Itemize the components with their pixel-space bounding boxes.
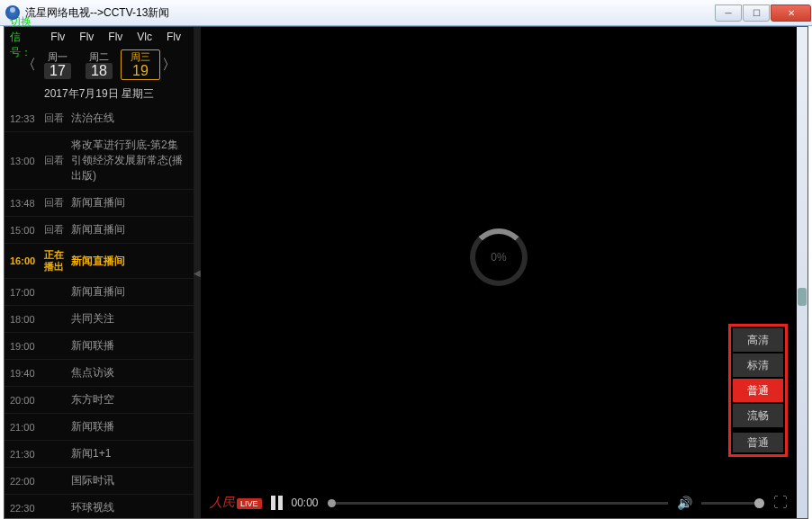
quality-panel: 高清标清普通流畅 普通 xyxy=(728,324,788,457)
window-title: 流星网络电视-->CCTV-13新闻 xyxy=(25,5,715,21)
program-row[interactable]: 13:00回看将改革进行到底-第2集 引领经济发展新常态(播出版) xyxy=(5,132,194,190)
program-title: 国际时讯 xyxy=(71,473,188,488)
fullscreen-button[interactable]: ⛶ xyxy=(773,495,788,511)
program-sidebar: 切换信号： Flv Flv Flv Vlc Flv 〈 周一 17 周二 18 … xyxy=(5,27,194,518)
program-title: 新闻直播间 xyxy=(71,195,188,210)
day-tab[interactable]: 周二 18 xyxy=(79,49,119,80)
time-label: 00:00 xyxy=(292,497,319,509)
window-scrollbar[interactable] xyxy=(797,27,807,518)
program-row[interactable]: 19:00新闻联播 xyxy=(5,333,194,360)
volume-thumb[interactable] xyxy=(754,498,764,508)
quality-option[interactable]: 高清 xyxy=(733,328,783,352)
program-title: 将改革进行到底-第2集 引领经济发展新常态(播出版) xyxy=(71,138,188,183)
pause-button[interactable] xyxy=(271,496,283,510)
program-time: 21:00 xyxy=(10,422,44,433)
player-controls: 人民LIVE 00:00 🔊 ⛶ xyxy=(201,488,797,518)
program-row[interactable]: 19:40焦点访谈 xyxy=(5,360,194,387)
program-tag: 回看 xyxy=(44,112,71,124)
next-day-arrow[interactable]: 〉 xyxy=(162,56,176,75)
day-tab-active[interactable]: 周三 19 xyxy=(121,49,160,80)
app-icon xyxy=(5,5,20,20)
program-tag: 回看 xyxy=(44,197,71,209)
program-title: 东方时空 xyxy=(71,392,188,407)
date-header: 2017年7月19日 星期三 xyxy=(5,83,194,105)
program-row[interactable]: 21:30新闻1+1 xyxy=(5,441,194,468)
seek-thumb[interactable] xyxy=(328,499,336,507)
program-title: 新闻直播间 xyxy=(71,222,188,237)
video-pane: 0% 高清标清普通流畅 普通 人民LIVE 00:00 🔊 ⛶ xyxy=(201,27,797,518)
app-window: 流星网络电视-->CCTV-13新闻 ─ ☐ ✕ 切换信号： Flv Flv F… xyxy=(0,0,812,519)
program-time: 22:00 xyxy=(10,476,44,487)
seek-track[interactable] xyxy=(328,502,668,505)
program-title: 共同关注 xyxy=(71,311,188,327)
program-row[interactable]: 16:00正在 播出新闻直播间 xyxy=(5,244,194,279)
program-row[interactable]: 21:00新闻联播 xyxy=(5,414,194,441)
program-time: 19:00 xyxy=(10,341,44,352)
program-title: 环球视线 xyxy=(71,500,188,515)
quality-option[interactable]: 标清 xyxy=(733,353,783,377)
signal-row: 切换信号： Flv Flv Flv Vlc Flv xyxy=(5,27,194,47)
program-title: 焦点访谈 xyxy=(71,365,188,380)
program-time: 15:00 xyxy=(10,225,44,236)
program-title: 法治在线 xyxy=(71,111,188,126)
minimize-button[interactable]: ─ xyxy=(715,4,742,22)
scrollbar-thumb[interactable] xyxy=(798,288,807,306)
day-tabs: 〈 周一 17 周二 18 周三 19 〉 xyxy=(5,47,194,83)
program-time: 22:30 xyxy=(10,503,44,514)
volume-icon[interactable]: 🔊 xyxy=(677,496,692,510)
quality-current-button[interactable]: 普通 xyxy=(733,433,783,452)
program-title: 新闻直播间 xyxy=(71,284,188,300)
program-time: 12:33 xyxy=(10,113,44,124)
program-time: 13:00 xyxy=(10,156,44,166)
program-row[interactable]: 22:00国际时讯 xyxy=(5,468,194,495)
signal-format[interactable]: Vlc xyxy=(130,31,159,43)
program-title: 新闻联播 xyxy=(71,419,188,434)
day-tab[interactable]: 周一 17 xyxy=(38,49,77,80)
prev-day-arrow[interactable]: 〈 xyxy=(22,56,36,75)
buffer-spinner: 0% xyxy=(470,228,528,286)
program-time: 20:00 xyxy=(10,395,44,406)
program-time: 19:40 xyxy=(10,368,44,379)
signal-format[interactable]: Flv xyxy=(43,31,72,43)
quality-option[interactable]: 流畅 xyxy=(733,404,783,427)
program-row[interactable]: 13:48回看新闻直播间 xyxy=(5,190,194,217)
program-tag: 正在 播出 xyxy=(44,249,71,273)
program-title: 新闻直播间 xyxy=(71,254,188,269)
program-time: 13:48 xyxy=(10,198,44,209)
program-tag: 回看 xyxy=(44,224,71,236)
buffer-percent: 0% xyxy=(491,251,506,264)
signal-format[interactable]: Flv xyxy=(159,31,188,43)
volume-track[interactable] xyxy=(701,502,764,505)
program-list[interactable]: 12:33回看法治在线13:00回看将改革进行到底-第2集 引领经济发展新常态(… xyxy=(5,105,194,518)
quality-option[interactable]: 普通 xyxy=(733,379,783,402)
program-row[interactable]: 20:00东方时空 xyxy=(5,387,194,414)
video-area[interactable]: 0% 高清标清普通流畅 普通 xyxy=(201,27,797,488)
signal-format[interactable]: Flv xyxy=(101,31,130,43)
program-row[interactable]: 18:00共同关注 xyxy=(5,306,194,333)
sidebar-collapse-handle[interactable]: ◀ xyxy=(194,27,201,518)
program-row[interactable]: 15:00回看新闻直播间 xyxy=(5,217,194,244)
titlebar[interactable]: 流星网络电视-->CCTV-13新闻 ─ ☐ ✕ xyxy=(0,0,812,26)
close-button[interactable]: ✕ xyxy=(771,4,811,22)
maximize-button[interactable]: ☐ xyxy=(743,4,770,22)
program-tag: 回看 xyxy=(44,155,71,166)
program-time: 21:30 xyxy=(10,449,44,460)
signal-format[interactable]: Flv xyxy=(72,31,101,43)
program-row[interactable]: 17:00新闻直播间 xyxy=(5,279,194,306)
program-row[interactable]: 22:30环球视线 xyxy=(5,495,194,518)
program-time: 18:00 xyxy=(10,314,44,325)
program-time: 17:00 xyxy=(10,287,44,298)
broadcaster-logo: 人民LIVE xyxy=(210,495,262,511)
program-title: 新闻联播 xyxy=(71,338,188,353)
program-row[interactable]: 12:33回看法治在线 xyxy=(5,105,194,132)
program-time: 16:00 xyxy=(10,255,44,266)
program-title: 新闻1+1 xyxy=(71,446,188,461)
